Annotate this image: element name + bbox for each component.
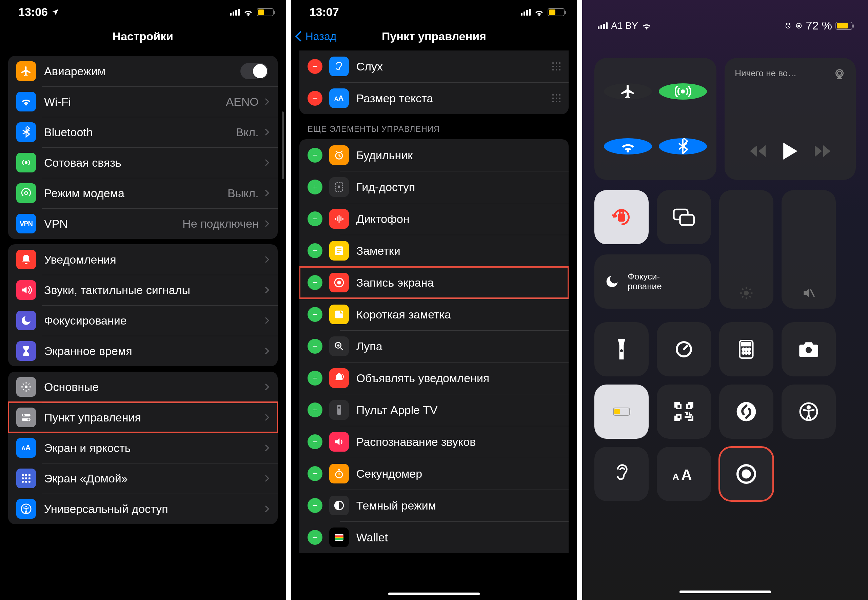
add-button[interactable]	[307, 148, 322, 163]
available-control-row[interactable]: Лупа	[299, 330, 569, 362]
focus-button[interactable]: Фокуси- рование	[594, 255, 711, 309]
included-control-row[interactable]: AAРазмер текста	[299, 82, 569, 114]
svg-point-72	[838, 71, 842, 75]
svg-rect-8	[25, 474, 27, 476]
row-label: Пункт управления	[44, 411, 263, 424]
screen-record-button[interactable]	[719, 447, 774, 501]
included-control-row[interactable]: Слух	[299, 50, 569, 82]
add-button[interactable]	[307, 339, 322, 354]
add-button[interactable]	[307, 466, 322, 481]
control-label: Размер текста	[356, 92, 553, 105]
brightness-slider[interactable]	[719, 190, 774, 309]
airplane-toggle[interactable]	[604, 83, 652, 100]
add-button[interactable]	[307, 275, 322, 290]
settings-row[interactable]: Универсальный доступ	[8, 494, 278, 524]
hearing-button[interactable]	[594, 447, 649, 501]
gear-icon	[16, 377, 36, 397]
chevron-right-icon	[263, 383, 269, 390]
svg-rect-28	[315, 217, 315, 221]
settings-row[interactable]: Звуки, тактильные сигналы	[8, 275, 278, 305]
ear-icon	[329, 56, 349, 76]
settings-row[interactable]: Экранное время	[8, 336, 278, 366]
settings-row[interactable]: VPNVPNНе подключен	[8, 208, 278, 239]
available-control-row[interactable]: Wallet	[299, 521, 569, 553]
shazam-button[interactable]	[719, 385, 774, 439]
svg-rect-65	[334, 537, 344, 538]
chevron-right-icon	[263, 220, 269, 227]
back-button[interactable]: Назад	[291, 30, 337, 43]
settings-row[interactable]: Режим модемаВыкл.	[8, 178, 278, 208]
svg-rect-35	[315, 248, 315, 253]
available-control-row[interactable]: Темный режим	[299, 489, 569, 521]
media-panel[interactable]: Ничего не во…	[725, 58, 856, 180]
add-button[interactable]	[307, 180, 322, 194]
cellular-toggle[interactable]	[659, 83, 707, 100]
settings-row[interactable]: Уведомления	[8, 244, 278, 275]
battery-pct-label: 72 %	[806, 19, 832, 32]
reorder-handle[interactable]	[552, 94, 561, 102]
home-indicator[interactable]	[388, 592, 480, 595]
svg-point-88	[806, 347, 812, 353]
row-value: Вкл.	[236, 126, 258, 139]
available-control-row[interactable]: Запись экрана	[299, 267, 569, 298]
play-button[interactable]	[783, 142, 798, 159]
airplay-icon[interactable]	[833, 68, 846, 80]
scrollbar[interactable]	[282, 111, 284, 179]
remove-button[interactable]	[307, 59, 322, 74]
add-button[interactable]	[307, 243, 322, 258]
screen-control-center-settings: 13:07 Назад Пункт управления СлухAAРазме…	[291, 0, 577, 600]
prev-track-button[interactable]	[750, 145, 766, 157]
screen-mirroring-button[interactable]	[657, 190, 711, 244]
svg-rect-75	[680, 215, 694, 225]
available-control-row[interactable]: Короткая заметка	[299, 298, 569, 330]
svg-rect-30	[337, 217, 338, 221]
accessibility-button[interactable]	[781, 385, 836, 439]
available-control-row[interactable]: Диктофон	[299, 203, 569, 235]
available-control-row[interactable]: Распознавание звуков	[299, 426, 569, 458]
next-track-button[interactable]	[815, 145, 830, 157]
available-control-row[interactable]: Пульт Apple TV	[299, 394, 569, 426]
add-button[interactable]	[307, 307, 322, 322]
settings-row[interactable]: Wi-FiAENO	[8, 86, 278, 117]
magnify-icon	[329, 336, 349, 356]
access-icon	[16, 499, 36, 519]
add-button[interactable]	[307, 403, 322, 417]
add-button[interactable]	[307, 498, 322, 513]
settings-row[interactable]: Авиарежим	[8, 56, 278, 86]
bluetooth-toggle[interactable]	[659, 138, 707, 155]
connectivity-panel[interactable]	[594, 58, 716, 180]
home-indicator[interactable]	[680, 591, 771, 593]
add-button[interactable]	[307, 530, 322, 545]
low-power-button[interactable]	[594, 385, 649, 439]
available-control-row[interactable]: Секундомер	[299, 458, 569, 489]
settings-row[interactable]: Сотовая связь	[8, 147, 278, 178]
add-button[interactable]	[307, 211, 322, 226]
settings-row[interactable]: AAЭкран и яркость	[8, 433, 278, 463]
timer-button[interactable]	[657, 322, 711, 376]
text-size-button[interactable]: AA	[657, 447, 711, 501]
alarm-icon	[784, 22, 792, 29]
screen-control-center: A1 BY 72 %	[582, 0, 868, 600]
wifi-toggle[interactable]	[604, 138, 652, 155]
orientation-lock-button[interactable]	[594, 190, 649, 244]
flashlight-button[interactable]	[594, 322, 649, 376]
reorder-handle[interactable]	[552, 62, 561, 70]
camera-button[interactable]	[781, 322, 836, 376]
available-control-row[interactable]: Объявлять уведомления	[299, 362, 569, 394]
add-button[interactable]	[307, 434, 322, 449]
available-control-row[interactable]: Будильник	[299, 139, 569, 171]
available-control-row[interactable]: Гид-доступ	[299, 171, 569, 203]
settings-row[interactable]: Основные	[8, 372, 278, 402]
settings-row[interactable]: BluetoothВкл.	[8, 117, 278, 147]
calculator-button[interactable]	[719, 322, 774, 376]
add-button[interactable]	[307, 371, 322, 386]
aa-icon: AA	[16, 438, 36, 458]
qr-button[interactable]	[657, 385, 711, 439]
toggle-switch[interactable]	[240, 63, 268, 79]
available-control-row[interactable]: Заметки	[299, 235, 569, 267]
settings-row[interactable]: Пункт управления	[8, 402, 278, 433]
settings-row[interactable]: Экран «Домой»	[8, 463, 278, 494]
volume-slider[interactable]	[781, 190, 836, 309]
settings-row[interactable]: Фокусирование	[8, 305, 278, 336]
remove-button[interactable]	[307, 91, 322, 106]
